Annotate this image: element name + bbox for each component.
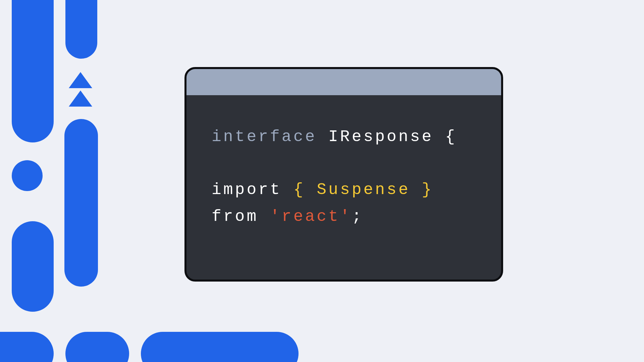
decoration-triangle-bottom (69, 90, 92, 107)
keyword-from: from (212, 207, 258, 226)
decoration-pill-3 (64, 119, 98, 287)
decoration-pill-5 (0, 332, 54, 362)
decoration-pill-1 (12, 0, 54, 142)
window-titlebar (186, 69, 501, 95)
decoration-pill-7 (141, 332, 299, 362)
code-content: interface IResponse { import { Suspense … (186, 95, 501, 258)
decoration-pill-6 (65, 332, 129, 362)
keyword-interface: interface (212, 128, 317, 146)
semicolon: ; (352, 207, 364, 226)
brace-open-yellow: { (293, 181, 305, 199)
import-name: Suspense (317, 181, 410, 199)
code-line-1: interface IResponse { (212, 124, 476, 150)
string-react: 'react' (270, 207, 352, 226)
code-line-2: import { Suspense } (212, 177, 476, 203)
decoration-pill-4 (12, 221, 54, 312)
code-editor-window: interface IResponse { import { Suspense … (184, 67, 503, 282)
code-line-3: from 'react'; (212, 203, 476, 230)
brace-open: { (445, 128, 457, 146)
decoration-circle (12, 160, 43, 191)
type-name: IResponse (328, 128, 433, 146)
decoration-pill-2 (65, 0, 97, 59)
code-line-blank (212, 150, 476, 177)
keyword-import: import (212, 181, 282, 199)
brace-close-yellow: } (422, 181, 434, 199)
decoration-triangle-top (69, 72, 92, 88)
